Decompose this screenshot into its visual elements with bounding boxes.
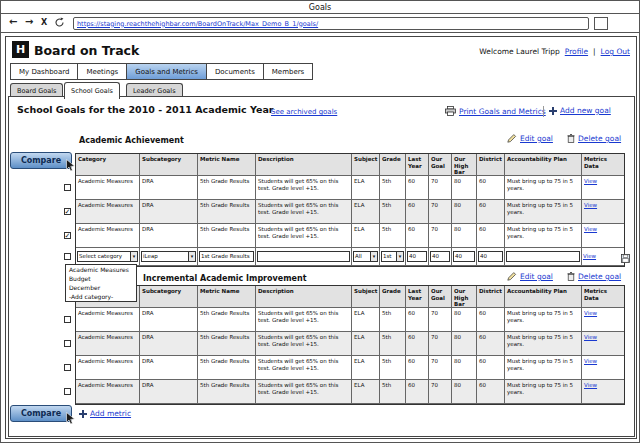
category-select[interactable]: Select category ▾ — [77, 251, 138, 262]
add-metric-link[interactable]: Add metric — [90, 409, 131, 418]
row-checkbox[interactable] — [64, 340, 71, 347]
profile-link[interactable]: Profile — [565, 47, 588, 56]
edit-last-year-cell: 40 — [406, 248, 429, 266]
logout-link[interactable]: Log Out — [601, 47, 630, 56]
nav-item-members[interactable]: Members — [264, 64, 312, 79]
window-title-text: Goals — [309, 3, 331, 12]
view-metrics-link[interactable]: View — [584, 382, 597, 388]
subcategory-select[interactable]: iLeap ▾ — [141, 251, 196, 262]
back-icon[interactable]: ← — [9, 16, 17, 27]
print-goals-link[interactable]: Print Goals and Metrics — [459, 107, 546, 116]
dropdown-option[interactable]: Academic Measures — [66, 265, 136, 274]
table-cell: Must bring up to 75 in 5 years. — [505, 308, 582, 332]
delete-goal-link[interactable]: Delete goal — [578, 272, 621, 281]
nav-item-documents[interactable]: Documents — [207, 64, 264, 79]
close-icon[interactable]: X — [41, 18, 47, 27]
refresh-icon[interactable] — [54, 17, 65, 30]
nav-item-goals-and-metrics[interactable]: Goals and Metrics — [127, 64, 207, 79]
table-cell: 60 — [477, 356, 505, 380]
forward-icon[interactable]: → — [25, 16, 33, 27]
row-checkbox[interactable] — [64, 184, 71, 191]
view-metrics-link[interactable]: View — [584, 358, 597, 364]
row-checkbox[interactable]: ✓ — [64, 208, 71, 215]
table-cell: 5th Grade Results — [198, 380, 256, 404]
table-cell: Students will get 65% on this test. Grad… — [256, 176, 352, 200]
nav-item-meetings[interactable]: Meetings — [78, 64, 127, 79]
our-high-bar-input[interactable]: 40 — [453, 251, 475, 262]
cursor-icon — [65, 412, 76, 427]
chevron-down-icon: ▾ — [188, 252, 195, 261]
table-cell: Students will get 65% on this test. Grad… — [256, 380, 352, 404]
table-cell: 80 — [452, 176, 477, 200]
accountability-input[interactable] — [506, 251, 580, 262]
subtab-school-goals[interactable]: School Goals — [64, 82, 120, 99]
dropdown-option[interactable]: -Add category- — [66, 292, 136, 301]
table-cell: 5th — [380, 332, 406, 356]
table-cell: 70 — [429, 224, 452, 248]
row-checkbox[interactable] — [64, 316, 71, 323]
our-goal-input[interactable]: 40 — [430, 251, 450, 262]
edit-subject-cell: All ▾ — [352, 248, 380, 266]
last-year-input[interactable]: 40 — [407, 251, 427, 262]
table-cell: Academic Measures — [76, 200, 140, 224]
plus-icon — [79, 410, 87, 418]
table-cell: 80 — [452, 356, 477, 380]
dropdown-option[interactable]: December — [66, 283, 136, 292]
column-header: Metrics Data — [582, 286, 624, 308]
row-checkbox[interactable]: ✓ — [64, 232, 71, 239]
checkbox-cell — [59, 247, 75, 265]
view-metrics-link[interactable]: View — [584, 310, 597, 316]
browser-action-box[interactable] — [594, 17, 608, 30]
compare-button[interactable]: Compare — [10, 152, 72, 169]
save-icon[interactable] — [621, 248, 630, 267]
see-archived-goals-link[interactable]: See archived goals — [271, 108, 337, 116]
add-new-goal-link[interactable]: Add new goal — [560, 106, 611, 115]
table-cell: Academic Measures — [76, 224, 140, 248]
print-goals-group: Print Goals and Metrics — [445, 106, 546, 116]
table-cell: Academic Measures — [76, 332, 140, 356]
row-checkbox[interactable] — [64, 388, 71, 395]
table-cell: 5th Grade Results — [198, 200, 256, 224]
goals-table-1: CategorySubcategoryMetric NameDescriptio… — [75, 153, 625, 267]
table-cell: Must bring up to 75 in 5 years. — [505, 176, 582, 200]
grade-select[interactable]: 1st ▾ — [381, 251, 404, 262]
table-cell: 80 — [452, 224, 477, 248]
view-metrics-link[interactable]: View — [584, 334, 597, 340]
compare-button-label: Compare — [21, 409, 61, 418]
edit-goal-link[interactable]: Edit goal — [520, 272, 553, 281]
url-bar[interactable]: https://staging.reachthehighbar.com/Boar… — [73, 17, 589, 30]
column-header: Subject — [352, 154, 380, 176]
chevron-down-icon: ▾ — [370, 252, 377, 261]
metrics-data-cell: View — [582, 200, 624, 224]
table-cell: 5th — [380, 356, 406, 380]
view-metrics-link[interactable]: View — [584, 178, 597, 184]
view-metrics-link[interactable]: View — [584, 202, 597, 208]
checkbox-cell — [59, 379, 75, 403]
edit-goal-link[interactable]: Edit goal — [520, 134, 553, 143]
table-cell: 5th — [380, 200, 406, 224]
metrics-data-cell: View — [582, 380, 624, 404]
grade-select-value: 1st — [382, 252, 396, 261]
metric-name-input[interactable]: 1st Grade Results — [199, 251, 254, 262]
view-metrics-link[interactable]: View — [583, 253, 596, 260]
subject-select[interactable]: All ▾ — [353, 251, 378, 262]
row-checkbox[interactable] — [64, 364, 71, 371]
table-cell: Must bring up to 75 in 5 years. — [505, 224, 582, 248]
nav-item-my-dashboard[interactable]: My Dashboard — [11, 64, 78, 79]
chevron-down-icon: ▾ — [130, 252, 137, 261]
delete-goal-link[interactable]: Delete goal — [578, 134, 621, 143]
table-cell: 70 — [429, 308, 452, 332]
view-metrics-link[interactable]: View — [584, 226, 597, 232]
description-input[interactable] — [257, 251, 350, 262]
edit-subcategory-cell: iLeap ▾ — [140, 248, 198, 266]
table-cell: 60 — [477, 308, 505, 332]
district-input[interactable]: 40 — [478, 251, 503, 262]
metrics-data-cell: View — [582, 224, 624, 248]
column-header: Our High Bar — [452, 154, 477, 176]
row-checkbox[interactable] — [64, 253, 71, 260]
table-cell: Academic Measures — [76, 356, 140, 380]
column-header: Accountability Plan — [505, 154, 582, 176]
compare-button[interactable]: Compare — [10, 405, 72, 422]
dropdown-option[interactable]: Budget — [66, 274, 136, 283]
section-title: Academic Achievement — [79, 136, 184, 145]
